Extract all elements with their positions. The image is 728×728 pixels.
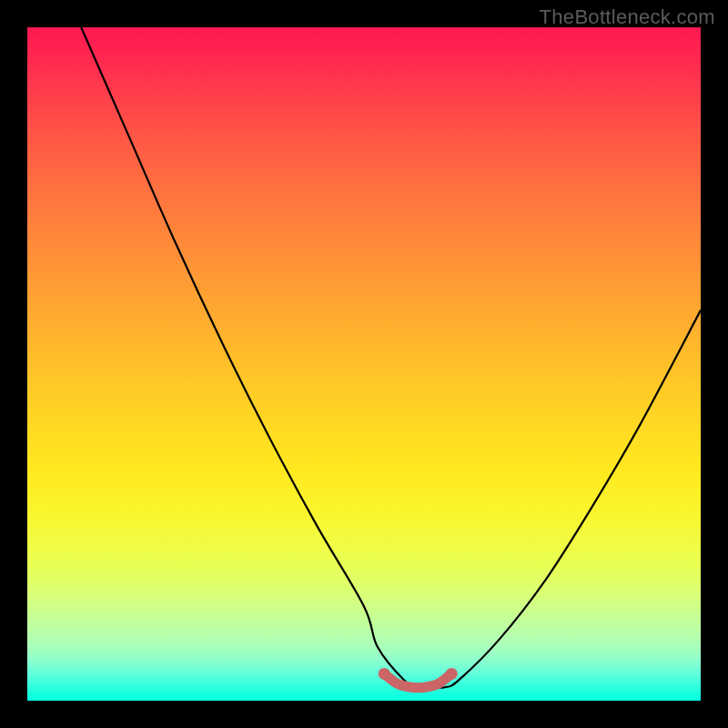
watermark-text: TheBottleneck.com <box>540 5 715 29</box>
flat-segment <box>384 673 451 687</box>
chart-svg <box>27 27 701 701</box>
main-curve <box>81 27 701 688</box>
plot-area <box>27 27 701 701</box>
flat-segment-dot-right <box>446 668 458 680</box>
flat-segment-dot-left <box>379 668 390 680</box>
